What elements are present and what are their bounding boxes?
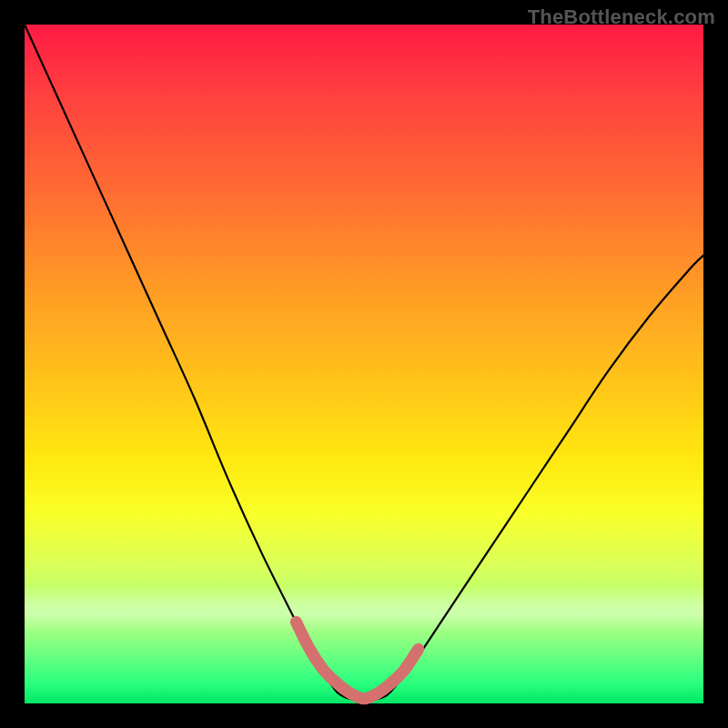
watermark-text: TheBottleneck.com <box>528 5 715 29</box>
minimum-highlight <box>296 622 418 698</box>
curves-svg <box>25 25 703 703</box>
chart-frame: TheBottleneck.com <box>0 0 728 728</box>
bottleneck-curve <box>25 25 703 700</box>
plot-area <box>25 25 703 703</box>
